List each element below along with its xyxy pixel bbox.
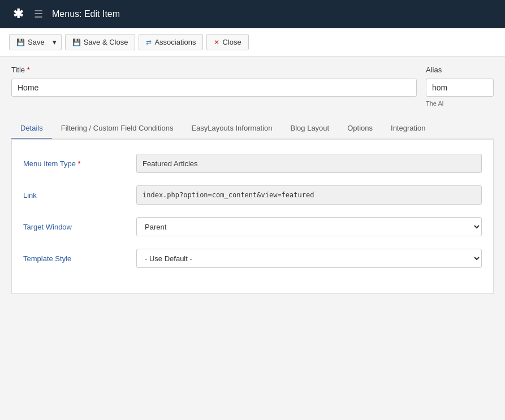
page-title: Menus: Edit Item [52,9,120,19]
tab-content-details: Menu Item Type * Featured Articles Link … [11,140,494,294]
save-label: Save [28,38,45,46]
save-close-button[interactable]: 💾 Save & Close [65,34,136,50]
tabs-bar: Details Filtering / Custom Field Conditi… [11,118,494,140]
hamburger-icon[interactable]: ☰ [34,8,43,20]
title-label: Title * [11,66,417,74]
template-style-row: Template Style - Use Default - [23,248,482,269]
alias-input[interactable] [426,79,494,97]
save-button[interactable]: 💾 Save [9,34,52,50]
tab-options[interactable]: Options [338,118,382,140]
tab-blog-layout[interactable]: Blog Layout [282,118,339,140]
tab-filtering[interactable]: Filtering / Custom Field Conditions [52,118,183,140]
close-label: Close [222,38,241,46]
template-style-label: Template Style [23,254,136,263]
page-content: Title * Alias The Al Details Filtering /… [0,57,505,420]
toolbar: 💾 Save ▾ 💾 Save & Close ⇄ Associations ✕… [0,28,505,57]
tab-easylayouts[interactable]: EasyLayouts Information [182,118,281,140]
menu-item-type-value[interactable]: Featured Articles [136,154,482,173]
template-style-select[interactable]: - Use Default - [136,249,482,268]
link-value: index.php?option=com_content&view=featur… [136,185,482,205]
title-field-group: Title * [11,66,417,97]
menu-item-type-label: Menu Item Type * [23,159,136,168]
target-window-select[interactable]: Parent New Window with Browser Navigatio… [136,217,482,236]
associations-button[interactable]: ⇄ Associations [139,34,203,50]
close-button[interactable]: ✕ Close [206,34,248,50]
alias-label: Alias [426,66,494,74]
tab-integration[interactable]: Integration [382,118,434,140]
alias-field-group: Alias The Al [426,66,494,107]
joomla-logo: ✱ [9,5,27,23]
link-row: Link index.php?option=com_content&view=f… [23,185,482,205]
save-dropdown-button[interactable]: ▾ [48,34,62,50]
title-alias-row: Title * Alias The Al [11,66,494,107]
title-input[interactable] [11,79,417,97]
target-window-label: Target Window [23,223,136,231]
associations-icon: ⇄ [146,38,152,46]
navbar: ✱ ☰ Menus: Edit Item [0,0,505,28]
associations-label: Associations [154,38,196,46]
save-icon: 💾 [16,38,25,46]
save-group: 💾 Save ▾ [9,34,62,50]
tab-details[interactable]: Details [11,118,52,140]
menu-item-type-row: Menu Item Type * Featured Articles [23,153,482,174]
save-close-label: Save & Close [84,38,128,46]
link-label: Link [23,191,136,200]
joomla-star-icon: ✱ [13,7,23,21]
save-close-icon: 💾 [72,38,81,46]
alias-hint: The Al [426,100,494,107]
target-window-row: Target Window Parent New Window with Bro… [23,217,482,237]
dropdown-arrow-icon: ▾ [53,38,57,46]
close-icon: ✕ [214,38,219,46]
